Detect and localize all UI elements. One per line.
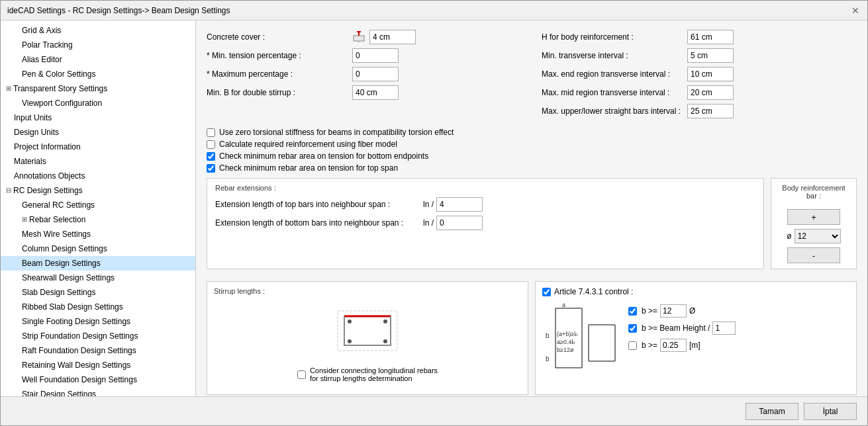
body-reinf-box: Body reinforcement bar : + ø 12 14 16 -: [771, 178, 857, 269]
ext-bottom-prefix: ln /: [423, 218, 434, 228]
max-percentage-label: * Maximum percentage :: [207, 69, 352, 79]
svg-rect-0: [354, 36, 364, 41]
body-reinf-diameter-select[interactable]: 12 14 16: [795, 229, 841, 243]
expand-icon-transparent: ⊞: [6, 83, 11, 95]
svg-text:b: b: [546, 332, 550, 339]
sidebar-item-strip-foundation[interactable]: Strip Foundation Design Settings: [1, 329, 195, 343]
sidebar-item-single-footing[interactable]: Single Footing Design Settings: [1, 314, 195, 329]
b-beam-height-value[interactable]: [712, 321, 736, 335]
sidebar-item-mesh-wire[interactable]: Mesh Wire Settings: [1, 227, 195, 241]
bottom-bar: Tamam İptal: [1, 396, 867, 425]
sidebar-item-stair-design[interactable]: Stair Design Settings: [1, 387, 195, 396]
sidebar-item-rc-design[interactable]: ⊟ RC Design Settings: [1, 183, 195, 198]
max-end-label: Max. end region transverse interval :: [542, 69, 687, 79]
cb-zero-torsional[interactable]: [207, 128, 215, 137]
title-bar: ideCAD Settings - RC Design Settings-> B…: [1, 1, 867, 21]
checkbox-min-bottom: Check minimum rebar area on tension for …: [207, 151, 857, 161]
h-body-input[interactable]: [687, 30, 734, 44]
min-b-row: Min. B for double stirrup :: [207, 85, 522, 100]
cb-b-beam-height[interactable]: [628, 324, 637, 333]
b-phi-value[interactable]: [660, 304, 687, 318]
sidebar-item-general-rc[interactable]: General RC Settings: [1, 198, 195, 212]
ext-top-prefix: ln /: [423, 200, 434, 209]
sidebar-label-rebar: Rebar Selection: [29, 214, 85, 226]
ext-bottom-label: Extension length of bottom bars into nei…: [215, 218, 420, 228]
sidebar-item-ribbed-slab[interactable]: Ribbed Slab Design Settings: [1, 300, 195, 314]
condition-b-m-label: b >=: [642, 341, 657, 350]
main-content: Grid & Axis Polar Tracking Alias Editor …: [1, 21, 867, 396]
h-body-label: H for body reinforcement :: [542, 32, 687, 42]
min-transverse-input[interactable]: [687, 48, 734, 63]
cb-min-bottom[interactable]: [207, 152, 215, 161]
max-mid-input[interactable]: [687, 85, 734, 100]
max-percentage-input[interactable]: [352, 67, 399, 81]
sidebar-item-slab-design[interactable]: Slab Design Settings: [1, 285, 195, 300]
svg-text:a≥0.4l₀: a≥0.4l₀: [557, 339, 575, 345]
sidebar-item-shearwall[interactable]: Shearwall Design Settings: [1, 271, 195, 285]
cb-b-phi[interactable]: [628, 307, 637, 316]
max-upper-label: Max. upper/lower straight bars interval …: [542, 106, 687, 116]
cb-article[interactable]: [542, 288, 551, 296]
body-reinf-diameter-row: ø 12 14 16: [787, 229, 840, 243]
sidebar: Grid & Axis Polar Tracking Alias Editor …: [1, 21, 196, 396]
sidebar-item-transparent-story[interactable]: ⊞ Transparent Story Settings: [1, 81, 195, 96]
svg-text:(a+b)≥l₀: (a+b)≥l₀: [557, 331, 578, 337]
main-window: ideCAD Settings - RC Design Settings-> B…: [0, 0, 868, 426]
cb-min-top[interactable]: [207, 164, 215, 173]
article-diagram-svg: b a: [542, 302, 622, 374]
sidebar-item-raft-foundation[interactable]: Raft Foundation Design Settings: [1, 343, 195, 358]
min-tension-input[interactable]: [352, 48, 399, 63]
sidebar-item-grid-axis[interactable]: Grid & Axis: [1, 23, 195, 38]
close-button[interactable]: ✕: [850, 5, 861, 16]
sidebar-item-pen-color[interactable]: Pen & Color Settings: [1, 67, 195, 81]
stirrup-lengths-box: Stirrup lengths :: [207, 281, 528, 395]
b-m-value[interactable]: [660, 339, 687, 352]
body-reinf-minus-btn[interactable]: -: [787, 247, 840, 263]
cb-fiber-model[interactable]: [207, 140, 215, 149]
cancel-button[interactable]: İptal: [804, 403, 857, 420]
cb-b-m[interactable]: [628, 341, 637, 350]
sidebar-item-annotations[interactable]: Annotations Objects: [1, 169, 195, 183]
sidebar-item-materials[interactable]: Materials: [1, 154, 195, 169]
max-end-input[interactable]: [687, 67, 734, 81]
article-conditions: b >= Ø b >= Beam Height /: [628, 304, 736, 352]
max-percentage-row: * Maximum percentage :: [207, 67, 522, 81]
checkbox-zero-torsional: Use zero torsional stiffness for beams i…: [207, 128, 857, 137]
ext-bottom-input[interactable]: [436, 216, 483, 230]
svg-point-13: [383, 320, 387, 323]
sidebar-item-retaining-wall[interactable]: Retaining Wall Design Settings: [1, 358, 195, 372]
b-m-suffix: [m]: [689, 341, 700, 350]
sidebar-item-rebar-selection[interactable]: ⊞ Rebar Selection: [1, 212, 195, 227]
condition-b-beam-height: b >= Beam Height /: [628, 321, 736, 335]
min-b-input[interactable]: [352, 85, 399, 100]
max-upper-input[interactable]: [687, 104, 734, 118]
sidebar-item-column-design[interactable]: Column Design Settings: [1, 241, 195, 256]
sidebar-item-polar-tracking[interactable]: Polar Tracking: [1, 38, 195, 52]
max-upper-row: Max. upper/lower straight bars interval …: [542, 104, 857, 118]
condition-b-beam-height-label: b >= Beam Height /: [642, 323, 710, 333]
cb-min-bottom-label: Check minimum rebar area on tension for …: [219, 151, 428, 161]
svg-point-12: [348, 320, 352, 323]
stirrup-diagram-svg: [324, 304, 410, 364]
sidebar-item-alias-editor[interactable]: Alias Editor: [1, 52, 195, 67]
bottom-section: Stirrup lengths :: [207, 281, 857, 396]
body-reinf-plus-btn[interactable]: +: [787, 209, 840, 225]
sidebar-item-viewport-config[interactable]: Viewport Configuration: [1, 96, 195, 110]
sidebar-item-well-foundation[interactable]: Well Foundation Design Settings: [1, 372, 195, 387]
concrete-cover-icon: [352, 30, 365, 44]
sidebar-item-design-units[interactable]: Design Units: [1, 125, 195, 140]
sidebar-label-rc: RC Design Settings: [13, 185, 83, 196]
sidebar-item-project-info[interactable]: Project Information: [1, 140, 195, 154]
sidebar-item-beam-design[interactable]: Beam Design Settings: [1, 256, 195, 271]
ext-top-input[interactable]: [436, 197, 483, 212]
ok-button[interactable]: Tamam: [746, 403, 798, 420]
concrete-cover-row: Concrete cover :: [207, 30, 522, 44]
window-title: ideCAD Settings - RC Design Settings-> B…: [7, 6, 230, 15]
phi-label: ø: [787, 232, 791, 241]
condition-b-phi: b >= Ø: [628, 304, 736, 318]
concrete-cover-input[interactable]: [369, 30, 416, 44]
rebar-extensions-box: Rebar extensions : Extension length of t…: [207, 178, 764, 269]
cb-stirrup-longitudinal[interactable]: [297, 370, 306, 379]
max-mid-row: Max. mid region transverse interval :: [542, 85, 857, 100]
sidebar-item-input-units[interactable]: Input Units: [1, 110, 195, 125]
